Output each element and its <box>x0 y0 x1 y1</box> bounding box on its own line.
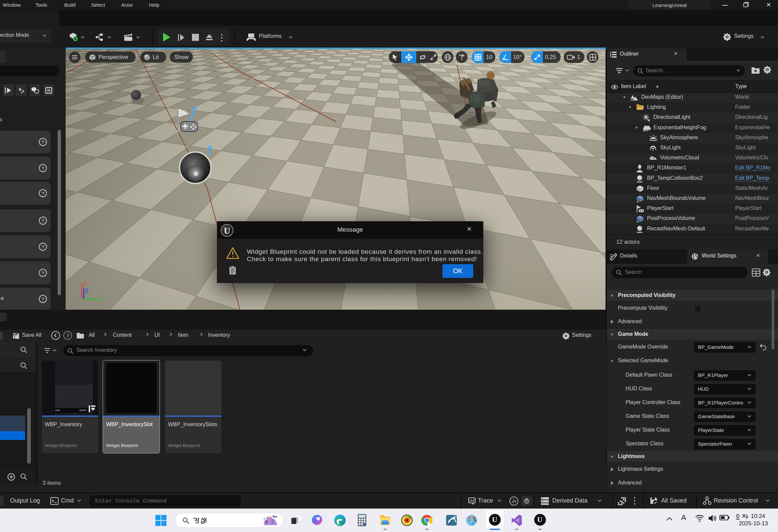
svg-text:Y: Y <box>99 296 103 303</box>
svg-text:Z: Z <box>85 288 88 294</box>
svg-text:X: X <box>83 281 87 287</box>
